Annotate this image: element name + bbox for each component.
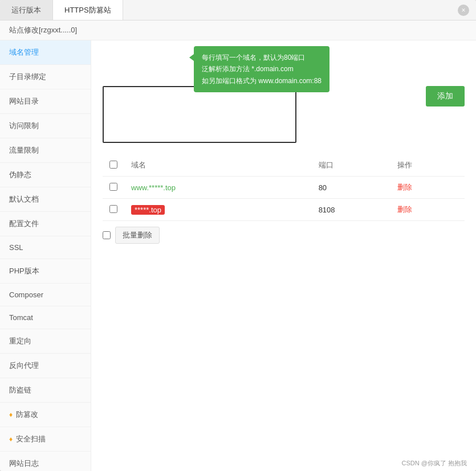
sidebar-item-reverse-proxy[interactable]: 反向代理 — [0, 354, 91, 378]
batch-checkbox[interactable] — [103, 231, 111, 239]
content-area: 每行填写一个域名，默认为80端口 泛解析添加方法 *.domain.com 如另… — [91, 40, 476, 471]
row1-domain-text: www.*****.top — [131, 183, 176, 192]
tab-bar: 运行版本 HTTPS防篡站 × — [0, 0, 476, 21]
sidebar-item-ssl[interactable]: SSL — [0, 236, 91, 259]
tab-running-version[interactable]: 运行版本 — [0, 0, 53, 20]
gem-icon-security: ♦ — [9, 435, 13, 443]
close-button[interactable]: × — [458, 5, 469, 16]
sidebar-item-subdir-binding[interactable]: 子目录绑定 — [0, 65, 91, 89]
add-domain-button[interactable]: 添加 — [426, 86, 465, 107]
sidebar-item-config-file[interactable]: 配置文件 — [0, 212, 91, 236]
domain-table: 域名 端口 操作 — [103, 154, 465, 221]
sidebar-item-composer[interactable]: Composer — [0, 284, 91, 306]
sidebar-item-domain-management[interactable]: 域名管理 — [0, 40, 91, 65]
sidebar-item-access-limit[interactable]: 访问限制 — [0, 114, 91, 138]
sidebar-item-redirect[interactable]: 重定向 — [0, 329, 91, 354]
sidebar-item-security-scan[interactable]: ♦ 安全扫描 — [0, 427, 91, 452]
row1-domain: www.*****.top — [124, 177, 276, 199]
row2-spacer — [276, 199, 312, 221]
breadcrumb: 站点修改[rzgxxt.....0] — [0, 21, 476, 40]
domain-input-row: 添加 — [103, 86, 465, 143]
row2-check — [103, 199, 124, 221]
sidebar-item-traffic-limit[interactable]: 流量限制 — [0, 138, 91, 163]
row1-port: 80 — [312, 177, 390, 199]
sidebar-item-website-log[interactable]: 网站日志 — [0, 452, 91, 471]
table-row: www.*****.top 80 删除 — [103, 177, 465, 199]
row1-spacer — [276, 177, 312, 199]
batch-delete-button[interactable]: 批量删除 — [115, 227, 160, 244]
row1-check — [103, 177, 124, 199]
batch-delete-row: 批量删除 — [103, 227, 465, 244]
modal-window: 运行版本 HTTPS防篡站 × 站点修改[rzgxxt.....0] 域名管理 … — [0, 0, 476, 471]
row2-domain: *****.top — [124, 199, 276, 221]
col-spacer — [276, 154, 312, 177]
row2-checkbox[interactable] — [109, 205, 117, 213]
sidebar-item-hotlink-protection[interactable]: 防盗链 — [0, 378, 91, 403]
col-port-header: 端口 — [312, 154, 390, 177]
main-layout: 域名管理 子目录绑定 网站目录 访问限制 流量限制 伪静态 默认文档 配置文件 — [0, 40, 476, 471]
col-check — [103, 154, 124, 177]
table-row: *****.top 8108 删除 — [103, 199, 465, 221]
sidebar-item-tomcat[interactable]: Tomcat — [0, 306, 91, 329]
sidebar: 域名管理 子目录绑定 网站目录 访问限制 流量限制 伪静态 默认文档 配置文件 — [0, 40, 91, 471]
sidebar-item-pseudo-static[interactable]: 伪静态 — [0, 163, 91, 187]
row2-domain-text: *****.top — [131, 205, 165, 215]
select-all-checkbox[interactable] — [109, 161, 117, 169]
domain-textarea[interactable] — [103, 86, 296, 143]
sidebar-item-default-doc[interactable]: 默认文档 — [0, 187, 91, 212]
footer-text: CSDN @你疯了 抱抱我 — [393, 456, 476, 471]
row2-delete-button[interactable]: 删除 — [390, 199, 465, 221]
sidebar-item-tamper-protection[interactable]: ♦ 防篡改 — [0, 403, 91, 427]
col-action-header: 操作 — [390, 154, 465, 177]
tooltip-bubble: 每行填写一个域名，默认为80端口 泛解析添加方法 *.domain.com 如另… — [194, 46, 329, 92]
col-domain-header: 域名 — [124, 154, 276, 177]
sidebar-item-website-dir[interactable]: 网站目录 — [0, 89, 91, 114]
row1-delete-button[interactable]: 删除 — [390, 177, 465, 199]
tab-https[interactable]: HTTPS防篡站 — [53, 0, 123, 20]
gem-icon-tamper: ♦ — [9, 411, 13, 419]
row2-port: 8108 — [312, 199, 390, 221]
sidebar-item-php-version[interactable]: PHP版本 — [0, 259, 91, 284]
row1-checkbox[interactable] — [109, 183, 117, 191]
